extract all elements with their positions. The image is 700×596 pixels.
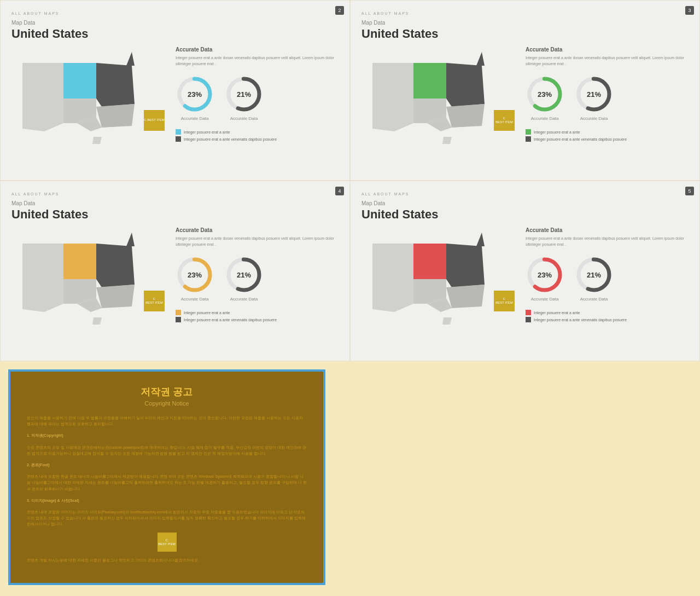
legend-color-4a [526, 310, 531, 315]
chart-name-2a: Accurate Data [526, 116, 564, 121]
accurate-title-3: Accurate Data [176, 227, 339, 233]
accurate-title-4: Accurate Data [526, 227, 689, 233]
logo-3: CBEST ITEM [144, 291, 165, 311]
charts-row-1: 23% Accurate Data 21% Accurate Data [176, 75, 339, 121]
slide-number-3: 4 [335, 187, 344, 195]
australia-map-3 [11, 227, 154, 326]
chart-4a: 23% Accurate Data [526, 256, 564, 302]
map-area-2: CBEST ITEM [361, 47, 515, 147]
copyright-title-en: Copyright Notice [27, 400, 307, 407]
donut-4a: 23% [526, 256, 564, 294]
map-label-3: Map Data [11, 200, 339, 206]
copyright-logo: CBEST ITEM [158, 533, 177, 552]
logo-4: CBEST ITEM [494, 291, 515, 311]
info-area-3: Accurate Data Integer posuere erat a ant… [170, 227, 339, 324]
copyright-title-kr: 저작권 공고 [27, 385, 307, 398]
donut-pct-3a: 23% [188, 271, 202, 279]
donut-pct-1a: 23% [188, 90, 202, 99]
legend-1: Integer posuere erat a ante Integer posu… [176, 129, 339, 142]
info-area-2: Accurate Data Integer posuere erat a ant… [520, 47, 689, 143]
legend-color-1a [176, 129, 181, 135]
chart-2a: 23% Accurate Data [526, 75, 564, 121]
slide-brand-3: ALL ABOUT MAPS [11, 192, 339, 196]
slide-number-4: 5 [685, 187, 694, 195]
qld-region [96, 63, 135, 107]
info-area-4: Accurate Data Integer posuere erat a ant… [520, 227, 689, 324]
australia-map-2 [361, 47, 504, 145]
map-title-2: United States [361, 27, 689, 41]
nsw-region [96, 104, 135, 128]
legend-color-3b [176, 317, 181, 322]
legend-item-2a: Integer posuere erat a ante [526, 129, 689, 135]
slide-3: 4 ALL ABOUT MAPS Map Data United States … [0, 181, 350, 361]
donut-3a: 23% [176, 256, 214, 294]
logo-2: CBEST ITEM [494, 110, 515, 131]
legend-item-4a: Integer posuere erat a ante [526, 310, 689, 315]
logo-1: C BEST ITEM [144, 110, 165, 131]
chart-name-3b: Accurate Data [225, 297, 263, 302]
info-area-1: Accurate Data Integer posuere erat a ant… [170, 47, 339, 143]
accurate-text-4: Integer posuere erat a ante dosan venena… [526, 236, 689, 247]
accurate-text-3: Integer posuere erat a ante dosan venena… [176, 236, 339, 247]
map-area-3: CBEST ITEM [11, 227, 165, 328]
slide-number-1: 2 [335, 6, 344, 15]
chart-name-2b: Accurate Data [575, 116, 613, 121]
donut-pct-1b: 21% [237, 90, 251, 99]
map-label-4: Map Data [361, 200, 689, 206]
chart-4b: 21% Accurate Data [575, 256, 613, 302]
slide-1: 2 ALL ABOUT MAPS Map Data United States [0, 0, 350, 181]
legend-item-3a: Integer posuere erat a ante [176, 310, 339, 315]
legend-color-1b [176, 136, 181, 142]
legend-item-4b: Integer posuere erat a ante venenatis da… [526, 317, 689, 322]
copyright-para4: 콘텐츠 내에 포함된 이미지는 이미지 사이트(Pixabay.com)와 Ic… [27, 509, 307, 528]
slide-content-3: CBEST ITEM Accurate Data Integer posuere… [11, 227, 339, 328]
wa-region [22, 63, 63, 131]
accurate-title-1: Accurate Data [176, 47, 339, 53]
cape-york [126, 52, 135, 66]
legend-color-2a [526, 129, 531, 135]
slides-grid: 2 ALL ABOUT MAPS Map Data United States [0, 0, 700, 361]
chart-3b: 21% Accurate Data [225, 256, 263, 302]
map-label-2: Map Data [361, 20, 689, 26]
chart-2b: 21% Accurate Data [575, 75, 613, 121]
donut-2b: 21% [575, 75, 613, 113]
map-title-3: United States [11, 207, 339, 222]
donut-pct-3b: 21% [237, 271, 251, 279]
legend-4: Integer posuere erat a ante Integer posu… [526, 310, 689, 322]
charts-row-3: 23% Accurate Data 21% Accurate Data [176, 256, 339, 302]
legend-item-1a: Integer posuere erat a ante [176, 129, 339, 135]
slide-content-1: C BEST ITEM Accurate Data Integer posuer… [11, 47, 339, 147]
legend-item-1b: Integer posuere erat a ante venenatis da… [176, 136, 339, 142]
donut-3b: 21% [225, 256, 263, 294]
chart-1b: 21% Accurate Data [225, 75, 263, 121]
donut-1a: 23% [176, 75, 214, 113]
legend-item-3b: Integer posuere erat a ante venenatis da… [176, 317, 339, 322]
map-label-1: Map Data [11, 20, 339, 26]
donut-1b: 21% [225, 75, 263, 113]
map-area-1: C BEST ITEM [11, 47, 165, 147]
chart-name-1b: Accurate Data [225, 116, 263, 121]
legend-color-4b [526, 317, 531, 322]
donut-2a: 23% [526, 75, 564, 113]
charts-row-4: 23% Accurate Data 21% Accurate Data [526, 256, 689, 302]
copyright-para3: 콘텐츠 내에 포함된 한글 폰트 배너의 나눔바를고딕에서 제공받아 배용합니다… [27, 473, 307, 492]
chart-name-3a: Accurate Data [176, 297, 214, 302]
right-panel [325, 369, 692, 585]
legend-3: Integer posuere erat a ante Integer posu… [176, 310, 339, 322]
chart-name-4a: Accurate Data [526, 297, 564, 302]
slide-content-2: CBEST ITEM Accurate Data Integer posuere… [361, 47, 689, 147]
copyright-para2: 모든 콘텐츠와 소유 및 사용에관 문권은배하는곳(custom-powerpo… [27, 444, 307, 456]
australia-map-4 [361, 227, 504, 326]
chart-name-1a: Accurate Data [176, 116, 214, 121]
map-area-4: CBEST ITEM [361, 227, 515, 328]
slide-brand-1: ALL ABOUT MAPS [11, 11, 339, 15]
bottom-row: 저작권 공고 Copyright Notice 본인이 제품을 사용하기 전에 … [0, 361, 700, 593]
slide-brand-4: ALL ABOUT MAPS [361, 192, 689, 196]
charts-row-2: 23% Accurate Data 21% Accurate Data [526, 75, 689, 121]
copyright-label1: 1. 저작권(Copyright) [27, 432, 307, 438]
copyright-closing: 콘텐츠 개발 하시는분에 대한 자세한 사항은 블로그나 학인하고 기타의 콘텐… [27, 557, 307, 563]
donut-pct-2a: 23% [538, 90, 552, 99]
slide-4: 5 ALL ABOUT MAPS Map Data United States … [350, 181, 700, 361]
slide-content-4: CBEST ITEM Accurate Data Integer posuere… [361, 227, 689, 328]
legend-color-2b [526, 136, 531, 142]
